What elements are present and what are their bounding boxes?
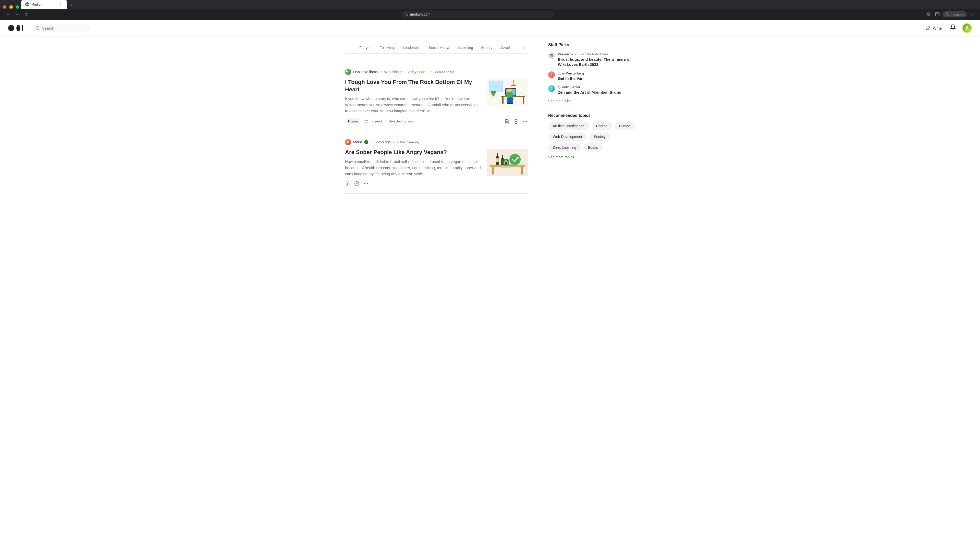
bookmark-add-icon xyxy=(504,119,509,124)
more-article-2-button[interactable] xyxy=(363,181,369,186)
svg-rect-40 xyxy=(508,97,510,103)
recommended-topics-title: Recommended topics xyxy=(548,113,635,118)
svg-point-55 xyxy=(526,121,527,122)
svg-point-47 xyxy=(491,91,493,94)
save-article-2-button[interactable] xyxy=(345,181,350,186)
nav-buttons: ← → ↻ xyxy=(4,10,30,18)
tab-favicon xyxy=(25,2,29,6)
svg-point-8 xyxy=(971,13,972,13)
close-window-button[interactable] xyxy=(3,5,6,9)
tab-switcher-button[interactable] xyxy=(933,10,942,18)
staff-pick-1[interactable]: Wikimedia in Down the Rabbit Hole Birds,… xyxy=(548,52,635,67)
article-1-author-avatar xyxy=(345,69,351,75)
maximize-window-button[interactable] xyxy=(16,5,19,9)
article-2-footer xyxy=(345,181,528,186)
add-tab-button[interactable] xyxy=(345,44,353,52)
ellipsis-icon-2 xyxy=(363,181,369,186)
tab-following[interactable]: Following xyxy=(375,43,399,53)
browser-actions: Incognito xyxy=(924,10,976,18)
medium-logo[interactable] xyxy=(8,23,27,33)
sidebar: Staff Picks Wikimedia in Down the Rabbit… xyxy=(548,43,635,194)
member-star-icon-2: ✦ xyxy=(396,140,399,144)
article-1-date: 2 days ago xyxy=(408,70,425,74)
hide-article-2-button[interactable] xyxy=(354,181,360,186)
article-2-author-name[interactable]: Maria xyxy=(353,140,362,144)
window-controls xyxy=(3,5,19,9)
svg-rect-63 xyxy=(496,159,499,162)
minimize-window-button[interactable] xyxy=(10,5,13,9)
tab-bar: Medium × + xyxy=(0,0,980,9)
staff-pick-3[interactable]: Q Quentin Septer Zen and the Art of Moun… xyxy=(548,85,635,95)
article-1-title[interactable]: I Tough Love You From The Rock Bottom Of… xyxy=(345,79,481,93)
article-1-tag[interactable]: Humor xyxy=(345,118,361,124)
svg-point-53 xyxy=(523,121,524,122)
more-tabs-button[interactable] xyxy=(520,44,528,52)
bell-icon xyxy=(950,24,956,30)
bookmark-button[interactable] xyxy=(924,10,932,18)
article-1-publication-name[interactable]: Wholistique xyxy=(384,70,402,74)
tab-social-media[interactable]: Social Media xyxy=(425,43,453,53)
save-article-1-button[interactable] xyxy=(504,119,509,124)
article-2-date: 2 days ago xyxy=(373,140,391,144)
new-tab-button[interactable]: + xyxy=(68,2,75,9)
tab-marketing[interactable]: Marketing xyxy=(453,43,477,53)
medium-logo-svg xyxy=(8,23,27,33)
svg-rect-59 xyxy=(521,167,523,175)
tab-close-button[interactable]: × xyxy=(59,2,63,6)
see-more-topics-link[interactable]: See more topics xyxy=(548,155,635,159)
tab-leadership[interactable]: Leadership xyxy=(399,43,425,53)
tab-for-you[interactable]: For you xyxy=(355,43,375,53)
article-2-meta: M Maria ✓ · 2 days ago · ✦ Member-only xyxy=(345,139,528,145)
tab-javascript[interactable]: JavaSc… xyxy=(496,43,520,53)
article-2-text: Are Sober People Like Angry Vegans? How … xyxy=(345,149,481,177)
svg-rect-66 xyxy=(502,155,503,156)
browser-tab-medium[interactable]: Medium × xyxy=(21,0,67,9)
topic-ai[interactable]: Artificial Intelligence xyxy=(548,122,589,130)
staff-pick-1-title: Birds, bugs, and beauty: The winners of … xyxy=(558,57,635,67)
staff-pick-2[interactable]: J Joan Westenberg Get in the Van. xyxy=(548,71,635,81)
user-avatar-button[interactable] xyxy=(962,23,972,33)
svg-point-11 xyxy=(8,25,14,31)
staff-picks-section: Staff Picks Wikimedia in Down the Rabbit… xyxy=(548,43,635,103)
back-button[interactable]: ← xyxy=(4,10,12,18)
topic-web-dev[interactable]: Web Development xyxy=(548,133,587,141)
article-1-illustration xyxy=(487,79,528,106)
staff-pick-2-avatar: J xyxy=(548,71,555,78)
tab-following-label: Following xyxy=(380,46,395,50)
forward-button[interactable]: → xyxy=(13,10,21,18)
header-actions: Write xyxy=(924,23,972,33)
article-card-1: Daniel Williams in Wholistique · 2 days … xyxy=(345,62,528,132)
svg-rect-29 xyxy=(502,97,504,103)
topic-humor[interactable]: Humor xyxy=(614,122,635,130)
url-bar[interactable]: medium.com xyxy=(401,11,554,18)
staff-picks-title: Staff Picks xyxy=(548,43,635,47)
hide-article-1-button[interactable] xyxy=(514,119,519,124)
svg-point-79 xyxy=(366,183,366,184)
see-full-list-link[interactable]: See the full list xyxy=(548,99,635,103)
more-button[interactable] xyxy=(968,10,976,18)
write-button[interactable]: Write xyxy=(924,24,944,33)
search-placeholder-text: Search xyxy=(42,26,54,30)
staff-pick-1-info: Wikimedia in Down the Rabbit Hole Birds,… xyxy=(558,52,635,67)
article-1-thumbnail[interactable] xyxy=(487,79,528,106)
topic-books[interactable]: Books xyxy=(584,143,603,151)
recommended-topics-section: Recommended topics Artificial Intelligen… xyxy=(548,113,635,159)
header-search[interactable]: Search xyxy=(32,24,90,32)
topic-deep-learning[interactable]: Deep Learning xyxy=(548,143,581,151)
article-2-content: Are Sober People Like Angry Vegans? How … xyxy=(345,149,528,177)
svg-point-14 xyxy=(36,26,39,29)
article-2-thumbnail[interactable] xyxy=(487,149,528,176)
article-1-author-name[interactable]: Daniel Williams xyxy=(353,70,378,74)
article-2-title[interactable]: Are Sober People Like Angry Vegans? xyxy=(345,149,481,156)
topic-society[interactable]: Society xyxy=(589,133,610,141)
refresh-button[interactable]: ↻ xyxy=(22,10,30,18)
tab-history[interactable]: History xyxy=(477,43,496,53)
svg-rect-44 xyxy=(520,94,523,96)
more-article-1-button[interactable] xyxy=(523,119,528,124)
svg-marker-4 xyxy=(926,13,930,16)
svg-rect-5 xyxy=(935,13,939,16)
topic-coding[interactable]: Coding xyxy=(592,122,612,130)
svg-point-1 xyxy=(27,3,28,5)
notification-button[interactable] xyxy=(950,24,956,32)
svg-point-16 xyxy=(966,26,968,28)
